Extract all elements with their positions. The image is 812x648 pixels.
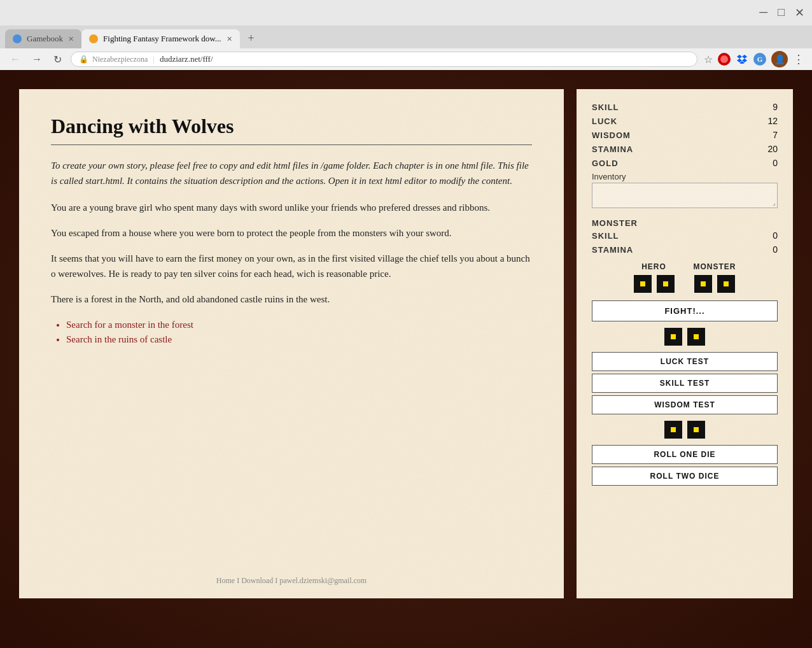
- title-bar-controls: ─ □ ✕: [759, 6, 804, 20]
- fff-tab-close[interactable]: ✕: [227, 35, 232, 43]
- monster-die-1-dot: [701, 281, 706, 286]
- address-separator: |: [153, 54, 155, 64]
- hero-die-1-dot: [640, 281, 645, 286]
- roll-die-2: [687, 421, 705, 439]
- roll-die-1-dot: [671, 427, 676, 432]
- inventory-resize-handle[interactable]: ⌟: [773, 199, 776, 206]
- monster-dice-label: MONSTER: [694, 262, 736, 271]
- monster-section: MONSTER SKILL 0 STAMINA 0: [592, 218, 778, 255]
- back-button[interactable]: ←: [8, 52, 23, 66]
- story-intro: To create your own story, please feel fr…: [51, 158, 532, 188]
- monster-die-1: [694, 275, 712, 293]
- roll-two-dice-button[interactable]: ROLL TWO DICE: [592, 467, 778, 486]
- luck-label: LUCK: [592, 116, 617, 126]
- luck-test-button[interactable]: LUCK TEST: [592, 352, 778, 371]
- monster-skill-label: SKILL: [592, 231, 619, 241]
- reload-button[interactable]: ↻: [51, 52, 64, 67]
- gold-value: 0: [773, 158, 778, 168]
- close-button[interactable]: ✕: [795, 6, 804, 20]
- secure-label: Niezabezpieczona: [92, 55, 148, 64]
- story-panel: Dancing with Wolves To create your own s…: [19, 89, 564, 598]
- story-footer: Home I Download I pawel.dziemski@gmail.c…: [19, 576, 564, 586]
- browser-actions: ☆ G 👤 ⋮: [704, 51, 804, 67]
- fff-tab-label: Fighting Fantasy Framework dow...: [103, 34, 221, 44]
- stat-row-gold: GOLD 0: [592, 158, 778, 168]
- title-bar: ─ □ ✕: [0, 0, 812, 25]
- roll-die-2-dot: [694, 427, 699, 432]
- hero-die-2: [657, 275, 675, 293]
- story-para-2: You escaped from a house where you were …: [51, 225, 532, 241]
- choice-forest[interactable]: Search for a monster in the forest: [66, 320, 532, 330]
- footer-download[interactable]: Download: [241, 576, 273, 585]
- hero-dice-pair: [634, 275, 675, 293]
- address-url: dudziarz.net/fff/: [160, 54, 213, 64]
- menu-icon[interactable]: ⋮: [793, 52, 804, 66]
- stat-row-stamina: STAMINA 20: [592, 144, 778, 154]
- story-para-3: It seems that you will have to earn the …: [51, 251, 532, 281]
- dropbox-icon[interactable]: [736, 53, 748, 66]
- choice-forest-link[interactable]: Search for a monster in the forest: [66, 320, 193, 330]
- tab-gamebook[interactable]: Gamebook ✕: [5, 29, 81, 48]
- skill-value: 9: [773, 102, 778, 112]
- luck-value: 12: [767, 116, 778, 126]
- story-para-4: There is a forest in the North, and old …: [51, 292, 532, 307]
- monster-die-2: [717, 275, 735, 293]
- hero-dice-label: HERO: [641, 262, 666, 271]
- footer-home[interactable]: Home: [216, 576, 235, 585]
- inventory-box: ⌟: [592, 183, 778, 208]
- story-title: Dancing with Wolves: [51, 115, 532, 145]
- lock-icon: 🔒: [79, 55, 88, 64]
- inventory-label: Inventory: [592, 172, 778, 181]
- bookmark-icon[interactable]: ☆: [704, 53, 713, 66]
- test-die-2-dot: [694, 334, 699, 339]
- stat-row-skill: SKILL 9: [592, 102, 778, 112]
- stat-row-luck: LUCK 12: [592, 116, 778, 126]
- profile-avatar[interactable]: 👤: [771, 51, 788, 67]
- test-dice-area: [592, 328, 778, 346]
- roll-dice-area: [592, 421, 778, 439]
- stats-panel: SKILL 9 LUCK 12 WISDOM 7 STAMINA 20 GOLD…: [577, 89, 793, 598]
- monster-die-2-dot: [724, 281, 729, 286]
- monster-section-label: MONSTER: [592, 218, 778, 228]
- new-tab-button[interactable]: +: [242, 29, 260, 47]
- main-content: Dancing with Wolves To create your own s…: [0, 70, 812, 648]
- monster-stat-row-skill: SKILL 0: [592, 230, 778, 241]
- fight-button[interactable]: FIGHT!...: [592, 300, 778, 321]
- fff-tab-icon: [89, 34, 98, 43]
- skill-test-button[interactable]: SKILL TEST: [592, 374, 778, 393]
- opera-icon[interactable]: [718, 53, 731, 66]
- monster-dice-group: MONSTER: [694, 262, 736, 293]
- hero-dice-group: HERO: [634, 262, 675, 293]
- tab-fff[interactable]: Fighting Fantasy Framework dow... ✕: [81, 29, 239, 48]
- story-para-1: You are a young brave girl who spent man…: [51, 200, 532, 215]
- gold-label: GOLD: [592, 158, 619, 168]
- gamebook-tab-close[interactable]: ✕: [68, 35, 74, 43]
- combat-dice-area: HERO MONSTER: [592, 262, 778, 293]
- footer-email[interactable]: pawel.dziemski@gmail.com: [279, 576, 367, 585]
- test-die-2: [687, 328, 705, 346]
- roll-one-die-button[interactable]: ROLL ONE DIE: [592, 445, 778, 464]
- wisdom-test-button[interactable]: WISDOM TEST: [592, 395, 778, 414]
- address-bar: ← → ↻ 🔒 Niezabezpieczona | dudziarz.net/…: [0, 48, 812, 70]
- test-die-1-dot: [671, 334, 676, 339]
- translate-icon[interactable]: G: [753, 53, 766, 66]
- hero-die-1: [634, 275, 652, 293]
- maximize-button[interactable]: □: [778, 6, 785, 20]
- gamebook-tab-icon: [13, 34, 22, 43]
- choice-ruins[interactable]: Search in the ruins of castle: [66, 334, 532, 345]
- stamina-label: STAMINA: [592, 144, 633, 154]
- roll-die-1: [664, 421, 682, 439]
- skill-label: SKILL: [592, 102, 619, 112]
- choice-ruins-link[interactable]: Search in the ruins of castle: [66, 334, 172, 344]
- forward-button[interactable]: →: [29, 52, 45, 66]
- monster-stat-row-stamina: STAMINA 0: [592, 244, 778, 255]
- stat-row-wisdom: WISDOM 7: [592, 130, 778, 140]
- monster-stamina-label: STAMINA: [592, 245, 633, 255]
- tabs-bar: Gamebook ✕ Fighting Fantasy Framework do…: [0, 25, 812, 48]
- wisdom-label: WISDOM: [592, 130, 631, 140]
- monster-skill-value: 0: [773, 230, 778, 241]
- minimize-button[interactable]: ─: [759, 6, 767, 20]
- gamebook-tab-label: Gamebook: [27, 34, 63, 44]
- address-input[interactable]: 🔒 Niezabezpieczona | dudziarz.net/fff/: [71, 52, 697, 67]
- wisdom-value: 7: [773, 130, 778, 140]
